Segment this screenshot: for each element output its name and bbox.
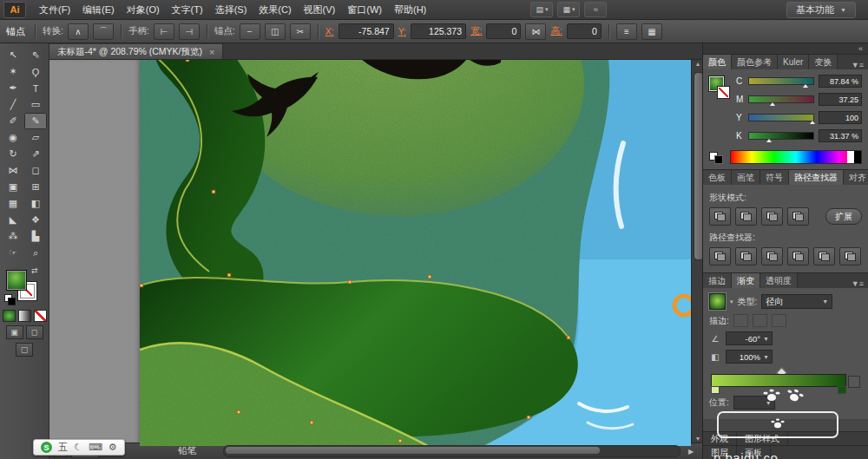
remove-anchor-button[interactable]: −: [240, 23, 260, 40]
black-white-swatches[interactable]: [709, 152, 725, 163]
cs-live-icon[interactable]: ≈: [584, 2, 607, 17]
hand-tool[interactable]: ☞: [2, 245, 24, 261]
outline-button[interactable]: [813, 247, 835, 266]
ime-settings-icon[interactable]: ⚙: [108, 441, 117, 454]
width-tool[interactable]: ⋈: [2, 162, 24, 179]
cyan-value-input[interactable]: 87.84 %: [819, 75, 862, 88]
gradient-angle-input[interactable]: -60°▼: [726, 331, 773, 345]
panel-menu-icon[interactable]: ▼≡: [847, 61, 868, 69]
document-tab[interactable]: 未标题-4* @ 208.79% (CMYK/预览) ×: [49, 44, 223, 59]
menu-effect[interactable]: 效果(C): [253, 1, 297, 19]
gradient-tool[interactable]: ◧: [24, 195, 47, 212]
merge-button[interactable]: [761, 247, 783, 266]
width-label[interactable]: 宽:: [470, 25, 482, 37]
ime-mode-label[interactable]: 五: [58, 441, 68, 454]
stroke-gradient-across-button[interactable]: [772, 314, 786, 327]
minus-back-button[interactable]: [839, 247, 861, 266]
lasso-tool[interactable]: Ϙ: [24, 63, 47, 80]
dark-hill-stalk[interactable]: [187, 60, 233, 277]
perspective-grid-tool[interactable]: ⊞: [24, 179, 47, 195]
tab-gradient[interactable]: 渐变: [732, 273, 760, 288]
eraser-tool[interactable]: ▱: [24, 129, 47, 146]
convert-to-corner-button[interactable]: ∧: [68, 23, 89, 40]
blob-brush-tool[interactable]: ◉: [2, 129, 24, 146]
scale-tool[interactable]: ⇗: [24, 146, 47, 162]
blend-tool[interactable]: ❖: [24, 212, 47, 228]
yellow-value-input[interactable]: 100: [819, 111, 862, 124]
tab-brushes[interactable]: 画笔: [732, 170, 760, 185]
tab-graphic-styles[interactable]: 图形样式: [737, 432, 788, 445]
menu-window[interactable]: 窗口(W): [341, 1, 388, 19]
color-mode-button[interactable]: [3, 310, 16, 322]
exclude-button[interactable]: [787, 207, 809, 226]
crop-button[interactable]: [787, 247, 809, 266]
type-tool[interactable]: T: [24, 80, 47, 96]
divide-button[interactable]: [709, 247, 731, 266]
transform-panel-icon[interactable]: ▦: [641, 23, 662, 40]
symbol-sprayer-tool[interactable]: ⁂: [2, 228, 24, 245]
none-mode-button[interactable]: [34, 310, 47, 322]
pasteboard[interactable]: [49, 60, 140, 443]
canvas[interactable]: [140, 60, 691, 443]
delete-stop-button[interactable]: [848, 376, 860, 388]
zoom-tool[interactable]: ⌕: [24, 245, 47, 261]
tab-transparency[interactable]: 透明度: [760, 273, 798, 288]
menu-view[interactable]: 视图(V): [298, 1, 342, 19]
horizontal-scrollbar-thumb[interactable]: [226, 447, 599, 454]
mesh-tool[interactable]: ▦: [2, 195, 24, 212]
yellow-slider[interactable]: [748, 114, 814, 121]
minus-front-button[interactable]: [735, 207, 757, 226]
rectangle-tool[interactable]: ▭: [24, 96, 47, 113]
pen-tool[interactable]: ✒: [2, 80, 24, 96]
menu-help[interactable]: 帮助(H): [388, 1, 432, 19]
expand-button[interactable]: 扩展: [825, 208, 862, 225]
tab-layers[interactable]: 图层: [703, 446, 737, 459]
mini-stroke-swatch[interactable]: [717, 86, 730, 99]
collapse-panels-icon[interactable]: «: [703, 43, 868, 55]
tab-stroke[interactable]: 描边: [703, 273, 732, 288]
height-input[interactable]: 0: [567, 23, 602, 39]
line-segment-tool[interactable]: ╱: [2, 96, 24, 113]
fill-swatch[interactable]: [6, 270, 27, 291]
draw-behind-button[interactable]: ◻: [26, 325, 43, 339]
horizontal-scrollbar[interactable]: [223, 445, 681, 457]
menu-select[interactable]: 选择(S): [209, 1, 253, 19]
gradient-mode-button[interactable]: [18, 310, 31, 322]
y-label[interactable]: Y:: [398, 26, 406, 36]
menu-edit[interactable]: 编辑(E): [76, 1, 121, 19]
tab-appearance[interactable]: 外观: [703, 432, 737, 445]
gradient-type-dropdown[interactable]: 径向▼: [761, 294, 832, 309]
tab-kuler[interactable]: Kuler: [778, 55, 809, 69]
stroke-gradient-along-button[interactable]: [753, 314, 767, 327]
y-input[interactable]: 125.373: [411, 23, 466, 39]
show-handles-button[interactable]: ⊢: [154, 23, 174, 40]
scroll-right-icon[interactable]: ▶: [685, 448, 697, 456]
gradient-preview-swatch[interactable]: [709, 293, 726, 310]
ime-logo[interactable]: S: [41, 442, 52, 453]
tab-artboards[interactable]: 画板: [737, 446, 771, 459]
ime-fullwidth-icon[interactable]: ☾: [74, 441, 82, 454]
artwork-svg[interactable]: [140, 60, 691, 446]
x-label[interactable]: X:: [326, 26, 334, 36]
draw-normal-button[interactable]: ▣: [6, 325, 23, 339]
direct-selection-tool[interactable]: ⇖: [24, 47, 47, 63]
workspace-switcher-button[interactable]: 基本功能▼: [786, 2, 856, 18]
paintbrush-tool[interactable]: ✐: [2, 113, 24, 129]
panel-menu-icon[interactable]: ▼≡: [847, 279, 868, 288]
shape-builder-tool[interactable]: ▣: [2, 179, 24, 195]
magenta-slider[interactable]: [748, 95, 814, 103]
gradient-opacity-input[interactable]: 100%▼: [726, 350, 773, 364]
free-transform-tool[interactable]: ◻: [24, 162, 47, 179]
tab-color[interactable]: 颜色: [703, 55, 732, 69]
screen-layout-icon[interactable]: ▦▾: [557, 2, 580, 17]
black-slider[interactable]: [748, 132, 814, 140]
selection-tool[interactable]: ↖: [2, 47, 24, 63]
pencil-tool[interactable]: ✎: [24, 113, 47, 129]
gradient-stop-right[interactable]: [838, 386, 846, 394]
tab-transform[interactable]: 变换: [809, 55, 838, 69]
cyan-slider[interactable]: [748, 77, 814, 85]
rotate-tool[interactable]: ↻: [2, 146, 24, 162]
x-input[interactable]: -75.847: [339, 23, 394, 39]
width-input[interactable]: 0: [486, 23, 521, 39]
tab-pathfinder[interactable]: 路径查找器: [789, 170, 844, 185]
